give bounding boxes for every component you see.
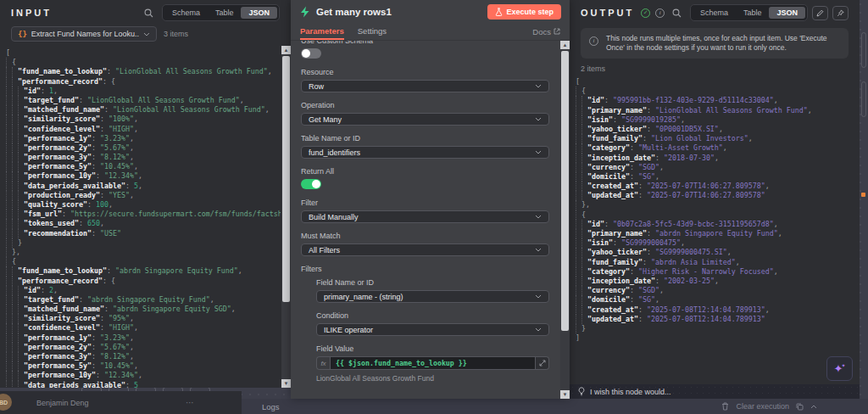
logs-label[interactable]: Logs (262, 402, 280, 411)
ai-assistant-button[interactable]: ✦ ✦ (826, 356, 853, 381)
json-line: { (6, 257, 281, 266)
avatar[interactable]: BD (0, 394, 12, 411)
collapse-chevron-icon[interactable] (810, 405, 817, 409)
chevron-down-icon (535, 248, 542, 252)
chevron-down-icon (535, 150, 542, 154)
output-json-viewer: [{"id": "995991bb-f132-403e-9229-d51114c… (570, 75, 849, 383)
table-name-select[interactable]: fund_identifiers (301, 146, 549, 159)
clear-execution-button[interactable]: Clear execution (736, 402, 789, 411)
json-line: "domicile": "SG", (576, 172, 849, 182)
scroll-up-arrow[interactable]: ▲ (560, 41, 570, 49)
tab-schema[interactable]: Schema (164, 7, 208, 19)
user-menu-ellipsis-icon[interactable]: ⋯ (186, 398, 195, 407)
json-line: "performance_10y": "12.34%", (6, 371, 281, 380)
operation-select[interactable]: Get Many (301, 113, 549, 126)
input-node-selector[interactable]: {} Extract Fund Names for Looku... (11, 26, 157, 42)
must-match-select[interactable]: All Filters (301, 243, 549, 256)
sidebar-user-row[interactable]: BD Benjamin Deng ⋯ (0, 391, 242, 414)
input-scrollbar[interactable]: ▲ ▼ (281, 46, 291, 388)
json-line: "domicile": "SG", (576, 295, 849, 305)
tab-schema[interactable]: Schema (693, 7, 736, 19)
node-title[interactable]: Get many rows1 (316, 7, 392, 17)
json-line: "isin": "SG9999000475", (576, 238, 849, 248)
condition-select[interactable]: ILIKE operator (316, 323, 549, 336)
resource-select[interactable]: Row (301, 80, 549, 92)
search-icon[interactable] (672, 8, 682, 18)
condition-label: Condition (316, 311, 549, 320)
json-line: "data_periods_available": 5 (6, 381, 281, 388)
json-line: "performance_5y": "10.45%", (6, 162, 281, 171)
filter-select[interactable]: Build Manually (301, 210, 549, 223)
must-match-label: Must Match (301, 232, 549, 240)
use-custom-schema-toggle[interactable] (301, 48, 321, 59)
output-items-count: 2 items (570, 59, 860, 73)
pin-output-button[interactable] (832, 6, 849, 20)
scrollbar-thumb[interactable] (561, 51, 569, 331)
lightbulb-icon (578, 387, 585, 396)
scroll-down-arrow[interactable]: ▼ (281, 379, 291, 388)
json-line: "data_periods_available": 5, (6, 182, 281, 191)
chevron-down-icon (143, 32, 150, 36)
tab-settings[interactable]: Settings (358, 23, 387, 40)
chevron-down-icon (535, 327, 542, 332)
json-line: "performance_record": { (6, 77, 281, 87)
feedback-input-placeholder[interactable]: I wish this node would... (590, 388, 671, 396)
scroll-up-arrow[interactable]: ▲ (281, 46, 291, 54)
tab-json[interactable]: JSON (241, 7, 277, 19)
json-line: "yahoo_ticker": "SG9999000475.SI", (576, 248, 849, 257)
braces-icon: {} (18, 30, 27, 38)
filter-label: Filter (301, 199, 549, 207)
json-line: "performance_1y": "3.23%", (6, 134, 281, 143)
json-line: "performance_record": { (6, 277, 281, 286)
logs-bar[interactable]: Logs Clear execution (242, 399, 868, 414)
node-feedback-bar[interactable]: I wish this node would... (570, 384, 860, 399)
json-line: "currency": "SGD", (576, 286, 849, 295)
copy-icon[interactable] (796, 403, 804, 411)
json-line: "primary_name": "abrdn Singapore Equity … (576, 229, 849, 238)
json-line: "fund_family": "abrdn Asia Limited", (576, 258, 849, 267)
field-value-expression-input[interactable]: {{ $json.fund_name_to_lookup }} (330, 356, 536, 370)
open-expression-editor-icon[interactable] (536, 356, 549, 370)
tab-json[interactable]: JSON (769, 7, 805, 19)
field-name-select[interactable]: primary_name - (string) (316, 290, 549, 303)
info-icon: i (589, 36, 598, 46)
chevron-down-icon (535, 294, 542, 299)
json-line: "performance_2y": "5.67%", (6, 343, 281, 352)
sparkle-icon: ✦ (841, 363, 845, 368)
parameters-scrollbar[interactable]: ▲ ▼ (560, 41, 570, 399)
json-line: "quality_score": 100, (6, 200, 281, 210)
scroll-down-arrow[interactable]: ▼ (560, 390, 570, 399)
return-all-toggle[interactable] (301, 179, 321, 189)
json-line: "tokens_used": 650, (6, 219, 281, 228)
json-line: "created_at": "2025-07-08T12:14:04.78991… (576, 305, 849, 315)
json-line: "id": 2, (6, 286, 281, 295)
chevron-down-icon (535, 215, 542, 219)
output-panel-title: OUTPUT (581, 8, 634, 18)
json-line: } (576, 324, 849, 333)
fx-badge: fx (316, 356, 330, 370)
json-line: { (576, 210, 849, 220)
json-line: "performance_5y": "10.45%", (6, 361, 281, 371)
info-icon[interactable]: i (655, 8, 665, 18)
json-line: "similarity_score": "95%", (6, 314, 281, 323)
edit-output-button[interactable] (812, 6, 828, 20)
tab-table[interactable]: Table (736, 7, 770, 19)
json-line: "performance_10y": "12.34%", (6, 171, 281, 181)
dimmed-node (861, 81, 866, 117)
json-line: "created_at": "2025-07-07T14:06:27.80957… (576, 182, 849, 191)
tab-parameters[interactable]: Parameters (300, 23, 344, 40)
tab-table[interactable]: Table (208, 7, 242, 19)
execute-step-button[interactable]: Execute step (487, 4, 561, 20)
json-line: "updated_at": "2025-07-08T12:14:04.78991… (576, 315, 849, 324)
scrollbar-thumb[interactable] (282, 56, 290, 302)
search-icon[interactable] (144, 8, 153, 18)
json-line: "updated_at": "2025-07-07T14:06:27.80957… (576, 191, 849, 200)
field-value-label: Field Value (316, 344, 549, 353)
json-line: ] (576, 333, 849, 343)
input-panel: INPUT Schema Table JSON {} Extract Fund … (0, 0, 291, 388)
json-line: "fund_name_to_lookup": "LionGlobal All S… (6, 67, 281, 76)
json-line: "performance_1y": "3.23%", (6, 333, 281, 343)
return-all-label: Return All (301, 167, 549, 176)
trash-icon[interactable] (721, 402, 729, 411)
docs-link[interactable]: Docs (532, 27, 560, 36)
